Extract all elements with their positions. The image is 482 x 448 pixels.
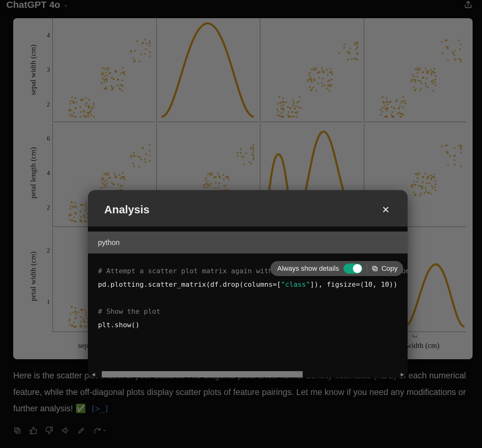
modal-title: Analysis	[104, 203, 149, 216]
code-block[interactable]: # Attempt a scatter plot matrix again wi…	[88, 253, 408, 371]
svg-rect-3	[372, 266, 376, 270]
scrollbar-thumb[interactable]	[102, 371, 303, 377]
divider	[367, 264, 367, 273]
code-line: plt.show()	[98, 321, 139, 329]
svg-rect-2	[374, 267, 377, 271]
copy-icon	[371, 265, 378, 272]
copy-button[interactable]: Copy	[371, 262, 398, 275]
copy-label: Copy	[382, 262, 398, 275]
close-icon[interactable]: ✕	[380, 204, 391, 215]
code-comment: # Show the plot	[98, 307, 160, 315]
scroll-left-arrow[interactable]: ◀	[91, 372, 95, 377]
code-toolbar-pill: Always show details Copy	[270, 261, 403, 276]
code-line: pd.plotting.scatter_matrix(df.drop(colum…	[98, 280, 281, 288]
analysis-modal: Analysis ✕ python # Attempt a scatter pl…	[88, 190, 408, 377]
scrollbar-track[interactable]	[95, 371, 400, 377]
always-show-details-toggle[interactable]	[344, 264, 362, 274]
code-line: ]), figsize=(10, 10))	[310, 280, 398, 288]
scroll-right-arrow[interactable]: ▶	[400, 372, 404, 377]
toggle-knob	[353, 264, 362, 273]
code-string: "class"	[281, 280, 310, 288]
always-show-details-label: Always show details	[277, 262, 339, 275]
horizontal-scrollbar[interactable]: ◀ ▶	[88, 371, 408, 377]
code-language-label: python	[88, 232, 408, 253]
